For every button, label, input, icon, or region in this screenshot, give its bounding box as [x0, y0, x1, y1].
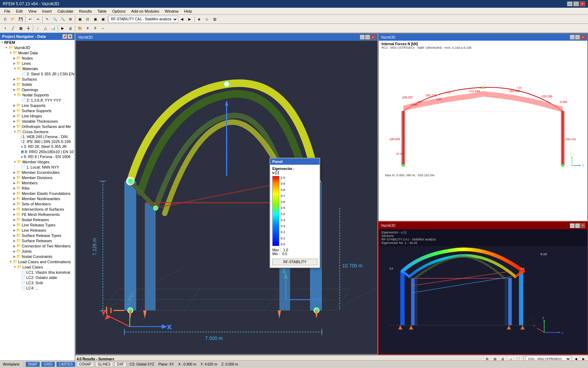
topright-minimize[interactable]: — [570, 35, 575, 40]
tb-wire[interactable]: ◇ [203, 15, 211, 23]
tree-cs1[interactable]: ▶ I 1: HEB 240 | Ferona - DIN [0, 134, 75, 139]
tree-surfaces[interactable]: ▶ 📁 Surfaces [0, 76, 75, 82]
menu-addons[interactable]: Add-on Modules [128, 8, 162, 14]
tb-next[interactable]: ▶ [186, 15, 194, 23]
tb-view-top[interactable]: ⊡ [84, 15, 91, 23]
tb-redo[interactable]: ↪ [34, 15, 42, 23]
menu-help[interactable]: Help [181, 8, 195, 14]
tree-sets-members[interactable]: ▶ 📁 Sets of Members [0, 201, 75, 206]
tree-nodal-sup-item[interactable]: ▶ 📄 2: 1,3,6,8; YYY YYY [0, 97, 75, 103]
tree-lc4[interactable]: ▶ 📄 LC4: ... [0, 285, 75, 291]
minimize-button[interactable]: — [567, 1, 573, 6]
tb-view-front[interactable]: ▣ [91, 15, 99, 23]
tb2-dim[interactable]: ↔ [99, 25, 107, 32]
tree-nodal-releases[interactable]: ▶ 📁 Nodal Releases [0, 217, 75, 222]
tree-line-release-types[interactable]: ▶ 📁 Line Release Types [0, 222, 75, 227]
tree-cross-sections[interactable]: ▼ 📁 Cross-Sections [0, 129, 75, 134]
tree-member-nonlin[interactable]: ▶ 📁 Member Nonlinearities [0, 196, 75, 201]
menu-calculate[interactable]: Calculate [55, 8, 76, 14]
tree-member-eccentricities[interactable]: ▶ 📁 Member Eccentricities [0, 170, 75, 175]
tb2-nodes[interactable]: • [1, 25, 9, 32]
dxf-btn[interactable]: DXF [114, 362, 126, 367]
tree-line-releases[interactable]: ▶ 📁 Line Releases [0, 227, 75, 233]
main-view-close[interactable]: ✕ [370, 35, 375, 40]
tree-vaznik[interactable]: ▼ 📁 Vaznik3D [0, 45, 75, 50]
tree-members[interactable]: ▶ 📁 Members [0, 180, 75, 185]
tree-materials[interactable]: ▼ 📁 Materials [0, 66, 75, 71]
tb2-print[interactable]: 🖨 [66, 25, 74, 32]
tree-connection-two[interactable]: ▶ 📁 Connection of Two Members [0, 243, 75, 248]
tree-lc1[interactable]: ▶ 📄 LC1: Vlastní tíha konstruk [0, 270, 75, 275]
tree-load-cases-comb[interactable]: ▼ 📁 Load Cases and Combinations [0, 259, 75, 264]
tree-intersections[interactable]: ▶ 📁 Intersections of Surfaces [0, 206, 75, 212]
tb-prev[interactable]: ◀ [178, 15, 186, 23]
topright-maximize[interactable]: □ [575, 35, 580, 40]
tree-fe-mesh[interactable]: ▶ 📁 FE Mesh Refinements [0, 212, 75, 217]
tree-ortho[interactable]: ▶ 📁 Orthotropic Surfaces and Me [0, 124, 75, 129]
tb2-results[interactable]: 📊 [49, 25, 57, 32]
tb-zoom-all[interactable]: ⊞ [66, 15, 74, 23]
tb-view-side[interactable]: ▣ [99, 15, 107, 23]
tb-zoom-out[interactable]: 🔍 [59, 15, 66, 23]
tb2-light[interactable]: ☀ [84, 25, 91, 32]
bottomright-minimize[interactable]: — [570, 223, 575, 228]
rf-stability-button[interactable]: RF-STABILITY [272, 259, 317, 265]
tb-zoom-in[interactable]: 🔍 [51, 15, 59, 23]
tb2-load[interactable]: ↓ [34, 25, 42, 32]
tb-new[interactable]: 🗋 [1, 15, 9, 23]
tree-solids[interactable]: ▶ 📁 Solids [0, 82, 75, 87]
nav-pin-button[interactable]: 📌 [62, 34, 67, 39]
tb-section[interactable]: ▥ [211, 15, 218, 23]
tree-load-cases[interactable]: ▼ 📁 Load Cases [0, 264, 75, 270]
tb2-members[interactable]: ╪ [24, 25, 32, 32]
tree-joints[interactable]: ▶ 📁 Joints [0, 248, 75, 254]
tree-ribs[interactable]: ▶ 📁 Ribs [0, 185, 75, 191]
menu-file[interactable]: File [1, 8, 13, 14]
tree-member-div[interactable]: ▶ 📁 Member Divisions [0, 175, 75, 180]
snap-btn[interactable]: SNAP [26, 362, 40, 367]
bottomright-maximize[interactable]: □ [575, 223, 580, 228]
tree-line-supports[interactable]: ▶ 📁 Line Supports [0, 103, 75, 108]
maximize-button[interactable]: □ [573, 1, 579, 6]
tree-steel-material[interactable]: ▶ 📄 2: Steel S 355 JR | CSN EN [0, 71, 75, 76]
tree-surface-release-types[interactable]: ▶ 📁 Surface Release Types [0, 233, 75, 238]
eigen-3d-canvas[interactable]: 6.10 0.5 0.8 [379, 246, 587, 354]
tb-undo[interactable]: ↩ [26, 15, 34, 23]
tree-rfem[interactable]: ▼ RFEM [0, 40, 75, 45]
menu-edit[interactable]: Edit [13, 8, 26, 14]
bottomright-close[interactable]: ✕ [580, 223, 585, 228]
tb-select[interactable]: ↖ [43, 15, 51, 23]
tree-nodes[interactable]: ▶ 📁 Nodes [0, 55, 75, 61]
tree-cs2[interactable]: ▶ I 2: IPE 360 | DIN 1025-5:199 [0, 139, 75, 144]
nav-close-button[interactable]: ✕ [68, 34, 72, 39]
canvas-3d[interactable]: X Y Z [76, 41, 377, 354]
menu-table[interactable]: Table [94, 8, 109, 14]
tb-view-3d[interactable]: ▣ [76, 15, 84, 23]
cartes-btn[interactable]: CARTES [56, 362, 75, 367]
topright-close[interactable]: ✕ [580, 35, 585, 40]
tree-member-elastic[interactable]: ▶ 📁 Member Elastic Foundations [0, 191, 75, 196]
menu-options[interactable]: Options [110, 8, 128, 14]
tb2-lines[interactable]: ╱ [9, 25, 17, 32]
tree-surface-supports[interactable]: ▶ 📁 Surface Supports [0, 108, 75, 113]
tree-cs8[interactable]: ▶ ▣ 8: RRO 260x180x10 | EN 10 [0, 149, 75, 154]
tree-surface-releases[interactable]: ▶ 📁 Surface Releases [0, 238, 75, 243]
close-button[interactable]: ✕ [580, 1, 585, 6]
menu-results[interactable]: Results [76, 8, 95, 14]
main-view-minimize[interactable]: — [360, 35, 365, 40]
tb-open[interactable]: 📂 [9, 15, 17, 23]
tb2-support[interactable]: △ [42, 25, 49, 32]
tree-cs9[interactable]: ▶ ● 9: RD 8 | Ferona - EN 1006 [0, 154, 75, 159]
analysis-dropdown[interactable]: RF-STABILITY CA1 - Stabilitní analýza [108, 16, 178, 23]
tree-lc3[interactable]: ▶ 📄 LC3: Snih [0, 280, 75, 285]
grid-btn[interactable]: GRID [41, 362, 55, 367]
tb-render[interactable]: ◈ [195, 15, 203, 23]
menu-insert[interactable]: Insert [39, 8, 55, 14]
tree-cs3[interactable]: ▶ ● 3: RD 28; Steel S 355 JR [0, 144, 75, 149]
tree-var-thick[interactable]: ▶ 📁 Variable Thicknesses [0, 118, 75, 124]
menu-view[interactable]: View [26, 8, 40, 14]
tb2-surfaces[interactable]: ▦ [17, 25, 24, 32]
tb2-animate[interactable]: ▶ [59, 25, 66, 32]
glines-btn[interactable]: GLINES [95, 362, 113, 367]
tree-model-data[interactable]: ▼ 📁 Model Data [0, 50, 75, 55]
